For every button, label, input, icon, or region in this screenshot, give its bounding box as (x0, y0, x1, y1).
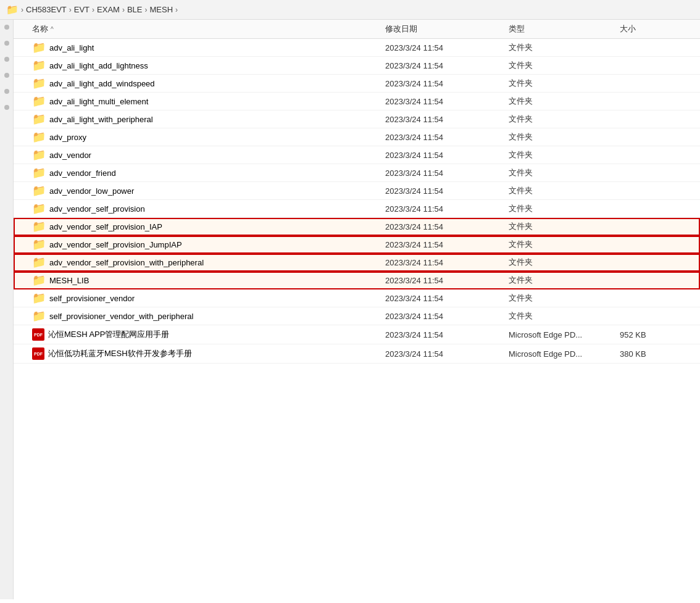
table-row[interactable]: 📁adv_vendor_self_provision_JumpIAP2023/3… (14, 236, 700, 254)
file-type-cell: Microsoft Edge PD... (509, 349, 620, 359)
folder-icon: 📁 (32, 275, 46, 286)
folder-icon: 📁 (32, 131, 46, 143)
sidebar (0, 20, 14, 599)
file-name-text: adv_vendor_self_provision (49, 204, 145, 214)
file-type-cell: 文件夹 (509, 60, 620, 71)
breadcrumb-item-2[interactable]: EXAM (97, 5, 120, 14)
file-name-text: adv_vendor_friend (49, 168, 116, 178)
file-name-text: adv_vendor_low_power (49, 186, 134, 196)
table-row[interactable]: 📁adv_vendor2023/3/24 11:54文件夹 (14, 146, 700, 164)
folder-icon: 📁 (32, 60, 46, 71)
sort-arrow-icon: ^ (51, 26, 54, 33)
file-type-cell: 文件夹 (509, 203, 620, 214)
sidebar-dot (4, 41, 9, 46)
table-row[interactable]: 📁MESH_LIB2023/3/24 11:54文件夹 (14, 272, 700, 289)
file-name-cell: 📁adv_vendor_self_provision_with_peripher… (32, 257, 385, 268)
pdf-icon: PDF (32, 328, 44, 341)
sidebar-dot (4, 25, 9, 30)
table-row[interactable]: 📁adv_ali_light_add_lightness2023/3/24 11… (14, 57, 700, 75)
table-row[interactable]: 📁adv_vendor_friend2023/3/24 11:54文件夹 (14, 164, 700, 182)
file-name-cell: 📁self_provisioner_vendor (32, 293, 385, 304)
file-name-cell: 📁adv_vendor_friend (32, 167, 385, 178)
table-row[interactable]: 📁adv_ali_light_add_windspeed2023/3/24 11… (14, 75, 700, 93)
file-date-cell: 2023/3/24 11:54 (385, 43, 509, 52)
file-name-text: adv_ali_light (49, 43, 94, 52)
file-date-cell: 2023/3/24 11:54 (385, 204, 509, 214)
table-row[interactable]: 📁adv_ali_light_multi_element2023/3/24 11… (14, 93, 700, 110)
breadcrumb-separator-4: › (144, 6, 147, 14)
sidebar-dot (4, 57, 9, 62)
column-headers: 名称 ^ 修改日期 类型 大小 (14, 20, 700, 39)
file-date-cell: 2023/3/24 11:54 (385, 115, 509, 124)
file-name-cell: PDF沁恒MESH APP管理配网应用手册 (32, 328, 385, 341)
sidebar-dot (4, 73, 9, 78)
file-name-cell: 📁adv_ali_light_add_lightness (32, 60, 385, 71)
table-row[interactable]: 📁adv_ali_light2023/3/24 11:54文件夹 (14, 39, 700, 57)
file-name-cell: 📁adv_vendor_self_provision (32, 203, 385, 214)
file-name-text: adv_ali_light_add_lightness (49, 61, 148, 70)
folder-icon: 📁 (32, 203, 46, 214)
file-type-cell: 文件夹 (509, 131, 620, 143)
table-row[interactable]: 📁adv_vendor_self_provision2023/3/24 11:5… (14, 200, 700, 218)
file-date-cell: 2023/3/24 11:54 (385, 240, 509, 249)
file-name-text: 沁恒MESH APP管理配网应用手册 (48, 329, 169, 340)
file-type-cell: 文件夹 (509, 221, 620, 232)
col-header-type[interactable]: 类型 (509, 23, 620, 35)
folder-icon: 📁 (32, 114, 46, 125)
file-type-cell: 文件夹 (509, 185, 620, 196)
folder-icon: 📁 (32, 78, 46, 89)
col-name-label: 名称 (32, 23, 48, 35)
col-header-size[interactable]: 大小 (620, 23, 694, 35)
file-date-cell: 2023/3/24 11:54 (385, 276, 509, 285)
file-date-cell: 2023/3/24 11:54 (385, 312, 509, 321)
file-date-cell: 2023/3/24 11:54 (385, 349, 509, 359)
file-date-cell: 2023/3/24 11:54 (385, 222, 509, 231)
file-name-text: adv_vendor (49, 151, 91, 160)
file-name-text: adv_proxy (49, 133, 86, 142)
file-name-cell: 📁adv_ali_light_add_windspeed (32, 78, 385, 89)
col-header-name[interactable]: 名称 ^ (32, 23, 385, 35)
file-type-cell: 文件夹 (509, 310, 620, 322)
folder-icon: 📁 (32, 221, 46, 232)
pdf-icon: PDF (32, 347, 44, 360)
file-date-cell: 2023/3/24 11:54 (385, 168, 509, 178)
file-name-cell: 📁adv_ali_light_multi_element (32, 96, 385, 107)
file-list: 📁adv_ali_light2023/3/24 11:54文件夹📁adv_ali… (14, 39, 700, 599)
file-type-cell: 文件夹 (509, 149, 620, 160)
file-name-cell: 📁adv_ali_light (32, 42, 385, 53)
breadcrumb-item-1[interactable]: EVT (74, 5, 90, 14)
table-row[interactable]: PDF沁恒MESH APP管理配网应用手册2023/3/24 11:54Micr… (14, 325, 700, 344)
file-date-cell: 2023/3/24 11:54 (385, 97, 509, 106)
breadcrumb-item-0[interactable]: CH583EVT (26, 5, 67, 14)
file-name-text: adv_vendor_self_provision_with_periphera… (49, 258, 204, 267)
file-type-cell: 文件夹 (509, 114, 620, 125)
file-name-text: adv_vendor_self_provision_IAP (49, 222, 162, 231)
table-row[interactable]: 📁adv_ali_light_with_peripheral2023/3/24 … (14, 110, 700, 128)
table-row[interactable]: 📁self_provisioner_vendor_with_peripheral… (14, 307, 700, 325)
breadcrumb-separator-3: › (122, 6, 125, 14)
file-name-cell: 📁adv_vendor_low_power (32, 185, 385, 196)
breadcrumb-separator-2: › (92, 6, 94, 14)
breadcrumb-item-3[interactable]: BLE (127, 5, 143, 14)
table-row[interactable]: 📁adv_proxy2023/3/24 11:54文件夹 (14, 128, 700, 146)
file-size-cell: 952 KB (620, 330, 694, 339)
table-row[interactable]: PDF沁恒低功耗蓝牙MESH软件开发参考手册2023/3/24 11:54Mic… (14, 344, 700, 364)
file-date-cell: 2023/3/24 11:54 (385, 61, 509, 70)
table-row[interactable]: 📁self_provisioner_vendor2023/3/24 11:54文… (14, 289, 700, 307)
file-type-cell: 文件夹 (509, 96, 620, 107)
table-row[interactable]: 📁adv_vendor_self_provision_IAP2023/3/24 … (14, 218, 700, 236)
folder-icon: 📁 (32, 167, 46, 178)
file-type-cell: 文件夹 (509, 293, 620, 304)
file-type-cell: 文件夹 (509, 78, 620, 89)
col-header-date[interactable]: 修改日期 (385, 23, 509, 35)
table-row[interactable]: 📁adv_vendor_low_power2023/3/24 11:54文件夹 (14, 182, 700, 200)
file-date-cell: 2023/3/24 11:54 (385, 151, 509, 160)
breadcrumb-separator-0: › (21, 6, 23, 14)
file-date-cell: 2023/3/24 11:54 (385, 294, 509, 303)
folder-icon: 📁 (32, 293, 46, 304)
table-row[interactable]: 📁adv_vendor_self_provision_with_peripher… (14, 254, 700, 272)
breadcrumb-item-4[interactable]: MESH (149, 5, 173, 14)
sidebar-dot (4, 105, 9, 110)
col-date-label: 修改日期 (385, 23, 417, 35)
file-name-text: MESH_LIB (49, 276, 89, 285)
